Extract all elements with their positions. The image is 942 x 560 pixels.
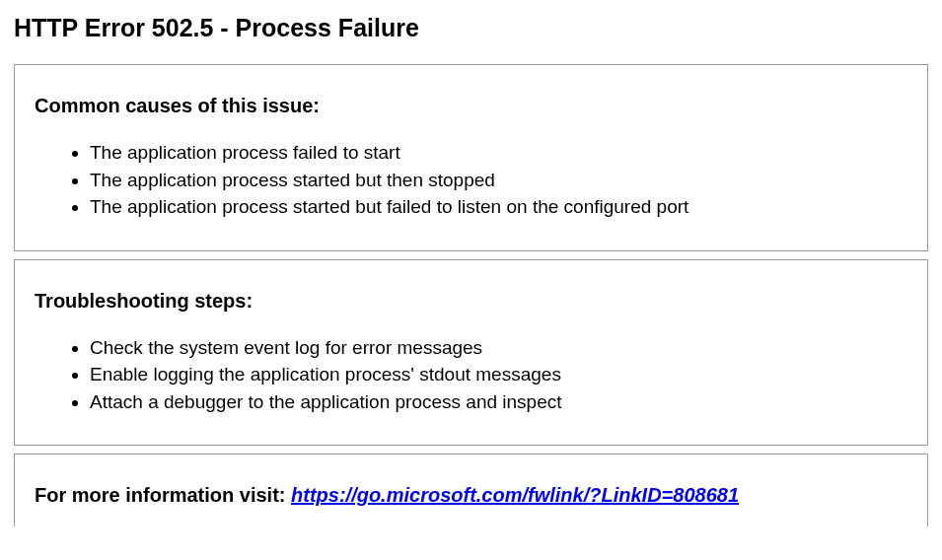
troubleshooting-list: Check the system event log for error mes… xyxy=(35,334,907,416)
common-causes-list: The application process failed to start … xyxy=(35,139,907,221)
more-info-line: For more information visit: https://go.m… xyxy=(35,484,907,507)
page-title: HTTP Error 502.5 - Process Failure xyxy=(14,14,928,42)
more-info-section: For more information visit: https://go.m… xyxy=(14,454,928,526)
common-causes-section: Common causes of this issue: The applica… xyxy=(14,64,928,251)
more-info-prefix: For more information visit: xyxy=(35,484,291,506)
list-item: Attach a debugger to the application pro… xyxy=(90,388,907,416)
list-item: Enable logging the application process' … xyxy=(90,361,907,388)
list-item: The application process started but then… xyxy=(90,167,907,194)
list-item: Check the system event log for error mes… xyxy=(90,334,907,362)
more-info-link[interactable]: https://go.microsoft.com/fwlink/?LinkID=… xyxy=(291,484,739,506)
troubleshooting-section: Troubleshooting steps: Check the system … xyxy=(14,259,928,447)
common-causes-heading: Common causes of this issue: xyxy=(35,95,907,117)
troubleshooting-heading: Troubleshooting steps: xyxy=(35,290,907,313)
list-item: The application process started but fail… xyxy=(90,193,907,221)
list-item: The application process failed to start xyxy=(90,139,907,167)
